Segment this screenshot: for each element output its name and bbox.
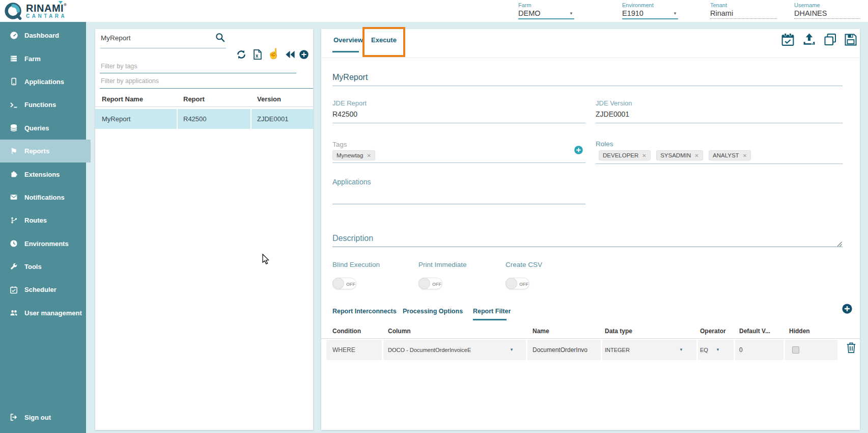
sidebar-item-tools[interactable]: Tools (0, 255, 86, 278)
svg-text:x: x (256, 53, 259, 59)
sidebar-item-reports[interactable]: ⚑ Reports (0, 140, 91, 163)
description-label: Description (332, 234, 373, 243)
excel-export-icon[interactable]: x (252, 49, 263, 62)
create-csv-label: Create CSV (506, 261, 542, 268)
add-filter-icon[interactable] (842, 303, 853, 314)
sidebar-item-functions[interactable]: Functions (0, 93, 86, 116)
remove-icon[interactable]: ✕ (367, 153, 371, 158)
save-icon[interactable] (844, 33, 858, 49)
app-logo: RINAMI® CANTARA (4, 2, 67, 20)
envelope-icon (7, 193, 20, 201)
column-header-report-name: Report Name (102, 95, 143, 103)
environment-label: Environment (622, 2, 678, 8)
hidden-checkbox[interactable] (792, 346, 799, 354)
sidebar-item-user-management[interactable]: User management (0, 302, 86, 324)
copy-icon[interactable] (823, 33, 837, 49)
add-tag-icon[interactable] (574, 145, 583, 155)
row-column-select[interactable]: DOCO - DocumentOrderInvoiceE (388, 347, 471, 353)
terminal-icon (7, 101, 20, 109)
row-name-input[interactable]: DocumentOrderInvo (533, 346, 587, 354)
chevron-down-icon: ▼ (673, 11, 677, 16)
database-icon (7, 124, 20, 132)
sidebar-item-notifications[interactable]: Notifications (0, 186, 86, 209)
column-header-data-type: Data type (605, 328, 632, 335)
environment-value: E1910 (622, 9, 678, 18)
report-search-input[interactable]: MyReport (101, 34, 131, 42)
sidebar-item-applications[interactable]: Applications (0, 70, 86, 93)
sidebar-item-sign-out[interactable]: Sign out (0, 406, 86, 429)
sidebar-item-routes[interactable]: Routes (0, 209, 86, 232)
refresh-icon[interactable] (236, 49, 247, 62)
applications-label: Applications (332, 178, 371, 186)
blind-execution-toggle[interactable]: OFF (332, 278, 356, 289)
logo-mark-icon (4, 2, 23, 20)
rewind-icon[interactable] (285, 49, 296, 62)
chevron-down-icon[interactable]: ▼ (716, 347, 720, 352)
delete-row-icon[interactable] (846, 341, 857, 356)
filter-tags-input[interactable]: Filter by tags (101, 63, 137, 70)
chevron-down-icon[interactable]: ▼ (510, 347, 514, 352)
sidebar-item-environments[interactable]: Environments (0, 232, 86, 255)
hand-pointer-icon[interactable]: ☝ (267, 47, 280, 60)
chevron-down-icon[interactable]: ▼ (679, 347, 683, 352)
table-row[interactable]: MyReport R42500 ZJDE0001 (95, 109, 313, 129)
mouse-cursor (262, 254, 270, 267)
add-report-icon[interactable] (299, 49, 309, 60)
username-value: DHAINES (794, 9, 860, 18)
tab-overview[interactable]: Overview (333, 36, 363, 44)
report-list-panel: MyReport x ☝ Filter by tags Filter by ap… (95, 29, 313, 430)
search-icon[interactable] (215, 32, 226, 45)
logo-triangle-icon (59, 1, 63, 4)
sidebar-item-label: Routes (24, 216, 47, 224)
logo-brand: RINAMI® (26, 3, 67, 13)
description-input[interactable] (332, 247, 843, 247)
sidebar-item-queries[interactable]: Queries (0, 117, 86, 140)
applications-input[interactable] (332, 204, 585, 204)
row-data-type-select[interactable]: INTEGER (605, 347, 630, 353)
logo-subbrand: CANTARA (26, 14, 67, 19)
toggle-knob (418, 278, 430, 289)
resize-handle-icon[interactable] (836, 240, 843, 249)
role-chip: ANALYST✕ (709, 150, 751, 160)
sidebar-item-label: Reports (24, 147, 49, 155)
puzzle-icon (7, 170, 20, 178)
tenant-field: Tenant Rinami (710, 2, 776, 19)
row-operator-select[interactable]: EQ (700, 347, 708, 353)
tag-chip: Mynewtag✕ (332, 150, 375, 160)
users-icon (7, 309, 20, 317)
tab-report-filter[interactable]: Report Filter (473, 308, 511, 315)
row-version: ZJDE0001 (257, 115, 288, 123)
globe-clock-icon (7, 239, 20, 248)
sidebar-item-label: User management (24, 309, 82, 317)
sidebar-item-label: Applications (24, 78, 64, 86)
report-detail-panel: Overview Execute MyReport JDE Report R42… (321, 29, 860, 430)
tab-processing-options[interactable]: Processing Options (403, 308, 463, 315)
sidebar-item-dashboard[interactable]: Dashboard (0, 24, 86, 47)
sidebar-item-extensions[interactable]: Extensions (0, 163, 86, 185)
filter-applications-input[interactable]: Filter by applications (101, 77, 159, 85)
report-name-input[interactable]: MyReport (332, 73, 368, 82)
active-subtab-underline (473, 319, 507, 320)
remove-icon[interactable]: ✕ (743, 153, 747, 158)
upload-icon[interactable] (802, 32, 817, 49)
jde-report-input[interactable]: R42500 (332, 110, 357, 118)
column-header-default-value: Default V... (739, 328, 770, 335)
remove-icon[interactable]: ✕ (642, 153, 646, 158)
farm-select[interactable]: Farm DEMO ▼ (518, 2, 574, 19)
jde-version-input[interactable]: ZJDE0001 (596, 110, 629, 118)
print-immediate-label: Print Immediate (418, 261, 467, 268)
jde-version-label: JDE Version (596, 99, 632, 107)
toggle-state: OFF (432, 282, 441, 287)
sidebar-item-scheduler[interactable]: Scheduler (0, 278, 86, 301)
column-header-version: Version (257, 95, 281, 103)
farm-value: DEMO (518, 9, 574, 18)
create-csv-toggle[interactable]: OFF (506, 278, 529, 289)
remove-icon[interactable]: ✕ (694, 153, 698, 158)
sidebar-item-farm[interactable]: Farm (0, 47, 86, 70)
print-immediate-toggle[interactable]: OFF (418, 278, 442, 289)
environment-select[interactable]: Environment E1910 ▼ (622, 2, 678, 19)
schedule-icon[interactable] (780, 32, 795, 49)
role-chip: SYSADMIN✕ (656, 150, 703, 160)
tab-report-interconnects[interactable]: Report Interconnects (332, 308, 397, 315)
row-default-value-input[interactable]: 0 (739, 346, 743, 354)
